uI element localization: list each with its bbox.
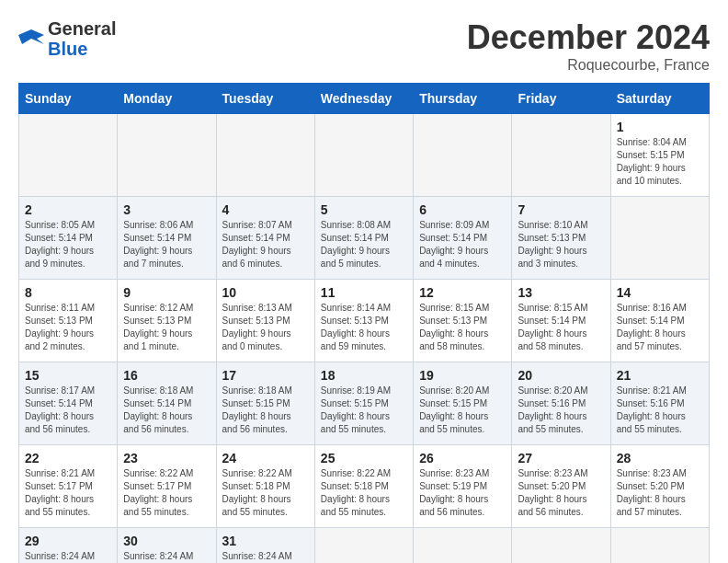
day-cell: 5 Sunrise: 8:08 AM Sunset: 5:14 PM Dayli… — [314, 197, 413, 280]
day-info: Sunrise: 8:15 AM Sunset: 5:13 PM Dayligh… — [419, 302, 506, 353]
day-cell: 19 Sunrise: 8:20 AM Sunset: 5:15 PM Dayl… — [414, 362, 512, 445]
day-info: Sunrise: 8:10 AM Sunset: 5:13 PM Dayligh… — [518, 219, 604, 270]
week-row-5: 29 Sunrise: 8:24 AM Sunset: 5:21 PM Dayl… — [19, 528, 710, 564]
day-cell: 29 Sunrise: 8:24 AM Sunset: 5:21 PM Dayl… — [19, 528, 118, 564]
day-cell: 2 Sunrise: 8:05 AM Sunset: 5:14 PM Dayli… — [19, 197, 118, 280]
day-cell: 25 Sunrise: 8:22 AM Sunset: 5:18 PM Dayl… — [314, 445, 413, 528]
day-number: 30 — [123, 534, 210, 548]
header-monday: Monday — [118, 84, 216, 114]
day-info: Sunrise: 8:16 AM Sunset: 5:14 PM Dayligh… — [617, 302, 703, 353]
day-number: 4 — [222, 202, 309, 217]
header: General Blue December 2024 Roquecourbe, … — [18, 18, 710, 74]
day-cell: 15 Sunrise: 8:17 AM Sunset: 5:14 PM Dayl… — [19, 362, 118, 445]
calendar-table: SundayMondayTuesdayWednesdayThursdayFrid… — [18, 83, 710, 563]
day-number: 9 — [123, 285, 210, 300]
location: Roquecourbe, France — [467, 57, 710, 74]
day-number: 20 — [518, 368, 604, 383]
logo-blue-text: Blue — [48, 39, 116, 59]
month-title: December 2024 — [467, 18, 710, 57]
day-cell: 6 Sunrise: 8:09 AM Sunset: 5:14 PM Dayli… — [414, 197, 512, 280]
day-info: Sunrise: 8:23 AM Sunset: 5:20 PM Dayligh… — [518, 467, 604, 519]
header-thursday: Thursday — [414, 84, 512, 114]
day-cell: 7 Sunrise: 8:10 AM Sunset: 5:13 PM Dayli… — [512, 197, 610, 280]
day-cell: 26 Sunrise: 8:23 AM Sunset: 5:19 PM Dayl… — [414, 445, 512, 528]
day-info: Sunrise: 8:13 AM Sunset: 5:13 PM Dayligh… — [222, 302, 309, 353]
day-info: Sunrise: 8:04 AM Sunset: 5:15 PM Dayligh… — [617, 136, 703, 188]
day-number: 12 — [419, 285, 506, 300]
day-info: Sunrise: 8:24 AM Sunset: 5:23 PM Dayligh… — [222, 550, 309, 563]
day-cell — [512, 114, 610, 197]
day-info: Sunrise: 8:22 AM Sunset: 5:18 PM Dayligh… — [321, 467, 407, 519]
day-number: 25 — [321, 451, 407, 465]
day-cell: 14 Sunrise: 8:16 AM Sunset: 5:14 PM Dayl… — [610, 280, 709, 362]
day-cell: 22 Sunrise: 8:21 AM Sunset: 5:17 PM Dayl… — [19, 445, 118, 528]
day-cell — [414, 114, 512, 197]
day-cell: 11 Sunrise: 8:14 AM Sunset: 5:13 PM Dayl… — [314, 280, 413, 362]
day-cell: 12 Sunrise: 8:15 AM Sunset: 5:13 PM Dayl… — [414, 280, 512, 362]
day-cell — [216, 114, 314, 197]
week-row-0: 1 Sunrise: 8:04 AM Sunset: 5:15 PM Dayli… — [19, 114, 710, 197]
day-info: Sunrise: 8:21 AM Sunset: 5:16 PM Dayligh… — [617, 385, 703, 436]
day-number: 31 — [222, 534, 309, 548]
day-cell: 16 Sunrise: 8:18 AM Sunset: 5:14 PM Dayl… — [118, 362, 216, 445]
day-number: 1 — [617, 120, 703, 134]
day-info: Sunrise: 8:14 AM Sunset: 5:13 PM Dayligh… — [321, 302, 407, 353]
day-number: 21 — [617, 368, 703, 383]
day-cell — [610, 197, 709, 280]
day-number: 23 — [123, 451, 210, 465]
day-cell: 21 Sunrise: 8:21 AM Sunset: 5:16 PM Dayl… — [610, 362, 709, 445]
day-info: Sunrise: 8:23 AM Sunset: 5:20 PM Dayligh… — [617, 467, 703, 519]
svg-marker-0 — [18, 29, 44, 44]
day-cell: 31 Sunrise: 8:24 AM Sunset: 5:23 PM Dayl… — [216, 528, 314, 564]
day-cell: 4 Sunrise: 8:07 AM Sunset: 5:14 PM Dayli… — [216, 197, 314, 280]
day-number: 28 — [617, 451, 703, 465]
header-sunday: Sunday — [19, 84, 118, 114]
day-number: 17 — [222, 368, 309, 383]
day-cell: 23 Sunrise: 8:22 AM Sunset: 5:17 PM Dayl… — [118, 445, 216, 528]
day-number: 29 — [25, 534, 111, 548]
day-info: Sunrise: 8:18 AM Sunset: 5:14 PM Dayligh… — [123, 385, 210, 436]
week-row-4: 22 Sunrise: 8:21 AM Sunset: 5:17 PM Dayl… — [19, 445, 710, 528]
day-cell: 10 Sunrise: 8:13 AM Sunset: 5:13 PM Dayl… — [216, 280, 314, 362]
day-number: 7 — [518, 202, 604, 217]
day-number: 3 — [123, 202, 210, 217]
day-info: Sunrise: 8:09 AM Sunset: 5:14 PM Dayligh… — [419, 219, 506, 270]
day-info: Sunrise: 8:21 AM Sunset: 5:17 PM Dayligh… — [25, 467, 111, 519]
day-info: Sunrise: 8:20 AM Sunset: 5:16 PM Dayligh… — [518, 385, 604, 436]
day-number: 27 — [518, 451, 604, 465]
title-block: December 2024 Roquecourbe, France — [467, 18, 710, 74]
day-number: 10 — [222, 285, 309, 300]
logo: General Blue — [18, 18, 116, 59]
day-number: 16 — [123, 368, 210, 383]
week-row-3: 15 Sunrise: 8:17 AM Sunset: 5:14 PM Dayl… — [19, 362, 710, 445]
day-info: Sunrise: 8:05 AM Sunset: 5:14 PM Dayligh… — [25, 219, 111, 270]
day-number: 11 — [321, 285, 407, 300]
logo-general-text: General — [48, 18, 116, 39]
header-saturday: Saturday — [610, 84, 709, 114]
day-cell — [512, 528, 610, 564]
day-number: 8 — [25, 285, 111, 300]
day-cell — [610, 528, 709, 564]
day-info: Sunrise: 8:24 AM Sunset: 5:21 PM Dayligh… — [25, 550, 111, 563]
day-info: Sunrise: 8:24 AM Sunset: 5:22 PM Dayligh… — [123, 550, 210, 563]
day-cell: 24 Sunrise: 8:22 AM Sunset: 5:18 PM Dayl… — [216, 445, 314, 528]
day-cell — [314, 114, 413, 197]
day-cell: 20 Sunrise: 8:20 AM Sunset: 5:16 PM Dayl… — [512, 362, 610, 445]
day-cell: 28 Sunrise: 8:23 AM Sunset: 5:20 PM Dayl… — [610, 445, 709, 528]
day-cell: 13 Sunrise: 8:15 AM Sunset: 5:14 PM Dayl… — [512, 280, 610, 362]
day-info: Sunrise: 8:17 AM Sunset: 5:14 PM Dayligh… — [25, 385, 111, 436]
header-wednesday: Wednesday — [314, 84, 413, 114]
day-info: Sunrise: 8:19 AM Sunset: 5:15 PM Dayligh… — [321, 385, 407, 436]
logo-wrap: General Blue — [18, 18, 116, 59]
day-cell: 18 Sunrise: 8:19 AM Sunset: 5:15 PM Dayl… — [314, 362, 413, 445]
day-cell: 3 Sunrise: 8:06 AM Sunset: 5:14 PM Dayli… — [118, 197, 216, 280]
day-info: Sunrise: 8:08 AM Sunset: 5:14 PM Dayligh… — [321, 219, 407, 270]
day-cell: 17 Sunrise: 8:18 AM Sunset: 5:15 PM Dayl… — [216, 362, 314, 445]
header-tuesday: Tuesday — [216, 84, 314, 114]
day-cell: 1 Sunrise: 8:04 AM Sunset: 5:15 PM Dayli… — [610, 114, 709, 197]
header-row: SundayMondayTuesdayWednesdayThursdayFrid… — [19, 84, 710, 114]
day-number: 15 — [25, 368, 111, 383]
day-cell: 30 Sunrise: 8:24 AM Sunset: 5:22 PM Dayl… — [118, 528, 216, 564]
day-cell: 8 Sunrise: 8:11 AM Sunset: 5:13 PM Dayli… — [19, 280, 118, 362]
day-info: Sunrise: 8:20 AM Sunset: 5:15 PM Dayligh… — [419, 385, 506, 436]
